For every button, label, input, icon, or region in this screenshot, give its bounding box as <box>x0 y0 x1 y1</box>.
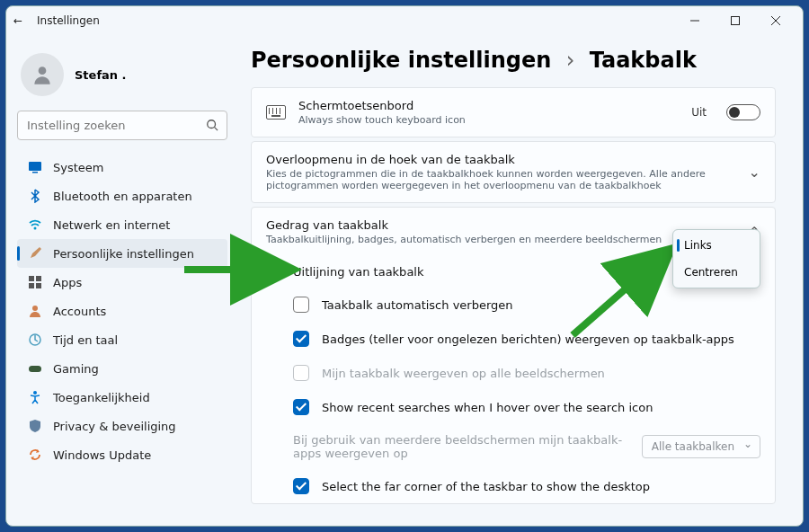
brush-icon <box>28 246 42 261</box>
system-icon <box>28 160 42 174</box>
username: Stefan . <box>75 68 127 82</box>
update-icon <box>28 448 42 462</box>
checkbox-checked[interactable] <box>293 331 309 347</box>
card-overflow[interactable]: Overloopmenu in de hoek van de taakbalk … <box>251 141 776 203</box>
chevron-down-icon: ⌄ <box>749 164 760 181</box>
svg-rect-12 <box>29 283 34 288</box>
card-subtitle: Kies de pictogrammen die in de taakbalkh… <box>266 168 736 191</box>
checkbox-disabled <box>293 365 309 381</box>
breadcrumb-parent[interactable]: Persoonlijke instellingen <box>251 48 551 73</box>
svg-point-9 <box>34 227 37 230</box>
card-subtitle: Always show touch keyboard icon <box>298 114 679 126</box>
sidebar-item-label: Gaming <box>53 362 99 376</box>
user-profile[interactable]: Stefan . <box>17 46 227 111</box>
row-label: Mijn taakbalk weergeven op alle beeldsch… <box>322 367 605 380</box>
sidebar-item-personalize[interactable]: Persoonlijke instellingen <box>17 239 227 268</box>
row-corner[interactable]: Select the far corner of the taskbar to … <box>252 469 775 503</box>
svg-rect-8 <box>32 172 38 173</box>
sidebar-item-label: Accounts <box>53 305 106 318</box>
toggle-switch[interactable] <box>726 104 760 120</box>
avatar <box>21 53 64 96</box>
sidebar-item-gaming[interactable]: Gaming <box>17 354 227 383</box>
breadcrumb-current: Taakbalk <box>590 48 697 73</box>
svg-rect-1 <box>731 17 739 25</box>
dropdown-all-taskbars: Alle taakbalken <box>642 435 760 458</box>
dropdown-option-centreren[interactable]: Centreren <box>675 259 758 286</box>
sidebar-item-accounts[interactable]: Accounts <box>17 297 227 325</box>
row-label: Select the far corner of the taskbar to … <box>322 480 650 493</box>
row-badges[interactable]: Badges (teller voor ongelezen berichten)… <box>252 322 775 356</box>
sidebar-item-label: Netwerk en internet <box>53 218 170 232</box>
svg-point-14 <box>32 306 38 311</box>
sidebar-item-system[interactable]: Systeem <box>17 153 227 182</box>
clock-globe-icon <box>28 332 42 347</box>
alignment-dropdown: Links Centreren <box>672 229 760 288</box>
sidebar-item-label: Systeem <box>53 161 103 174</box>
sidebar-item-network[interactable]: Netwerk en internet <box>17 210 227 239</box>
checkbox-unchecked[interactable] <box>293 297 309 313</box>
bluetooth-icon <box>28 189 42 203</box>
svg-rect-10 <box>29 276 34 281</box>
window-title: Instellingen <box>37 14 100 27</box>
breadcrumb-separator: › <box>566 48 575 73</box>
card-subtitle: Taakbalkuitlijning, badges, automatisch … <box>266 234 736 245</box>
keyboard-icon <box>266 105 286 120</box>
toggle-state: Uit <box>691 106 707 119</box>
gaming-icon <box>28 361 42 376</box>
sidebar-item-label: Bluetooth en apparaten <box>53 190 192 203</box>
svg-point-17 <box>33 391 37 395</box>
minimize-button[interactable] <box>674 8 715 33</box>
row-multi-apps: Bij gebruik van meerdere beeldschermen m… <box>252 424 775 469</box>
row-label: Taakbalk automatisch verbergen <box>322 298 513 312</box>
person-icon <box>28 304 42 318</box>
card-title: Schermtoetsenbord <box>298 99 679 112</box>
svg-rect-16 <box>29 366 41 372</box>
breadcrumb: Persoonlijke instellingen › Taakbalk <box>251 48 776 73</box>
card-touch-keyboard[interactable]: Schermtoetsenbord Always show touch keyb… <box>251 87 776 137</box>
sidebar-item-time[interactable]: Tijd en taal <box>17 325 227 354</box>
sidebar-item-label: Windows Update <box>53 448 151 462</box>
shield-icon <box>28 419 42 433</box>
sidebar-item-apps[interactable]: Apps <box>17 268 227 297</box>
row-label: Show recent searches when I hover over t… <box>322 401 653 414</box>
apps-icon <box>28 275 42 289</box>
maximize-button[interactable] <box>715 8 755 33</box>
card-title: Overloopmenu in de hoek van de taakbalk <box>266 153 736 166</box>
svg-line-6 <box>215 128 218 131</box>
accessibility-icon <box>28 390 42 404</box>
row-recent[interactable]: Show recent searches when I hover over t… <box>252 390 775 424</box>
settings-window: ← Instellingen Stefan . Systeem Bluetoot <box>5 5 804 527</box>
close-button[interactable] <box>755 8 796 33</box>
sidebar-item-bluetooth[interactable]: Bluetooth en apparaten <box>17 182 227 210</box>
row-autohide[interactable]: Taakbalk automatisch verbergen <box>252 288 775 322</box>
svg-rect-7 <box>29 162 41 171</box>
svg-rect-11 <box>36 276 41 281</box>
dropdown-option-links[interactable]: Links <box>675 232 758 259</box>
sidebar-item-label: Apps <box>53 276 82 289</box>
sidebar: Stefan . Systeem Bluetooth en apparaten … <box>6 35 231 526</box>
svg-point-4 <box>39 66 47 75</box>
row-label: Uitlijning van taakbalk <box>293 265 423 279</box>
checkbox-checked[interactable] <box>293 478 309 494</box>
sidebar-item-label: Toegankelijkheid <box>53 391 150 404</box>
sidebar-item-update[interactable]: Windows Update <box>17 440 227 469</box>
sidebar-item-privacy[interactable]: Privacy & beveiliging <box>17 412 227 440</box>
sidebar-item-label: Persoonlijke instellingen <box>53 247 194 261</box>
card-title: Gedrag van taakbalk <box>266 218 736 232</box>
back-button[interactable]: ← <box>13 14 22 27</box>
sidebar-item-accessibility[interactable]: Toegankelijkheid <box>17 383 227 412</box>
row-multidisplay: Mijn taakbalk weergeven op alle beeldsch… <box>252 356 775 390</box>
sidebar-item-label: Privacy & beveiliging <box>53 420 176 433</box>
titlebar: ← Instellingen <box>6 6 803 35</box>
row-label: Bij gebruik van meerdere beeldschermen m… <box>293 433 629 460</box>
svg-point-5 <box>208 120 216 129</box>
sidebar-item-label: Tijd en taal <box>53 333 118 347</box>
svg-rect-13 <box>36 283 41 288</box>
wifi-icon <box>28 217 42 232</box>
search-icon <box>206 118 218 135</box>
checkbox-checked[interactable] <box>293 399 309 415</box>
row-label: Badges (teller voor ongelezen berichten)… <box>322 332 734 346</box>
search-input[interactable] <box>17 111 227 140</box>
